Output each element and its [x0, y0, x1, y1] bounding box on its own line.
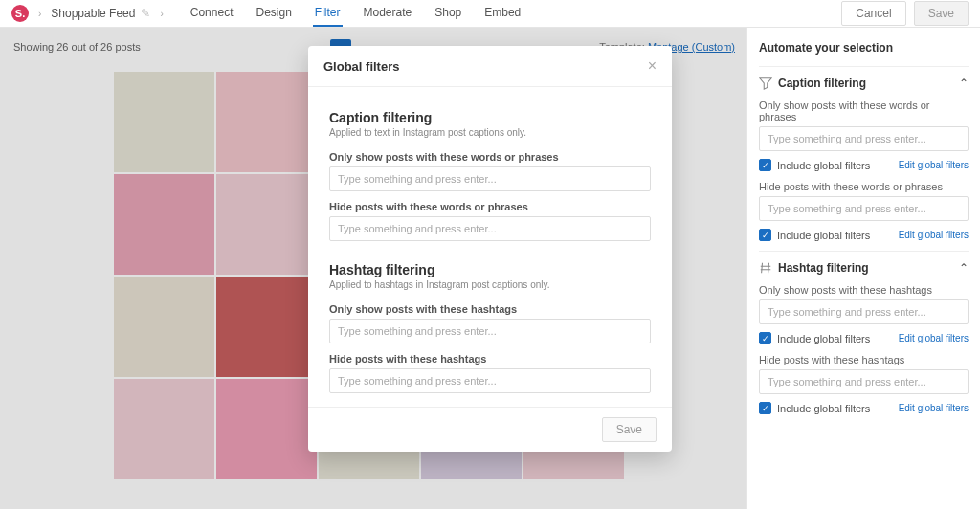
field-label: Hide posts with these words or phrases: [759, 181, 969, 192]
close-icon[interactable]: ×: [648, 57, 657, 75]
brand-logo[interactable]: S.: [11, 5, 29, 22]
section-heading: Caption filtering: [329, 110, 651, 125]
modal-body: Caption filtering Applied to text in Ins…: [308, 87, 672, 407]
hashtag-icon: [759, 261, 772, 275]
tab-filter[interactable]: Filter: [313, 0, 343, 27]
tab-moderate[interactable]: Moderate: [362, 0, 414, 27]
accordion-header-caption[interactable]: Caption filtering ⌃: [759, 77, 969, 90]
chevron-up-icon: ⌃: [959, 77, 969, 90]
tab-embed[interactable]: Embed: [482, 0, 523, 27]
feed-tile[interactable]: [114, 72, 214, 172]
modal-hashtag-show-input[interactable]: [329, 319, 651, 343]
accordion-header-hashtag[interactable]: Hashtag filtering ⌃: [759, 261, 969, 275]
filter-icon: [759, 77, 772, 90]
include-row: ✓ Include global filters Edit global fil…: [759, 159, 969, 171]
global-filters-modal: Global filters × Caption filtering Appli…: [308, 46, 672, 452]
field-label: Hide posts with these hashtags: [329, 353, 651, 365]
feed-tile[interactable]: [216, 379, 317, 479]
hashtag-hide-input[interactable]: [759, 369, 969, 394]
section-heading: Hashtag filtering: [329, 262, 651, 277]
feed-tile[interactable]: [216, 277, 317, 377]
checkbox-checked-icon[interactable]: ✓: [759, 229, 771, 241]
modal-footer: Save: [308, 407, 672, 452]
tab-design[interactable]: Design: [254, 0, 293, 27]
modal-save-button[interactable]: Save: [602, 417, 657, 442]
accordion-hashtag: Hashtag filtering ⌃ Only show posts with…: [759, 251, 969, 424]
checkbox-checked-icon[interactable]: ✓: [759, 402, 771, 414]
caption-hide-input[interactable]: [759, 196, 969, 221]
topbar: S. › Shoppable Feed ✎ › Connect Design F…: [0, 0, 980, 28]
pencil-icon[interactable]: ✎: [141, 7, 150, 20]
chevron-right-icon: ›: [160, 9, 163, 19]
field-label: Hide posts with these hashtags: [759, 354, 969, 365]
section-sub: Applied to text in Instagram post captio…: [329, 127, 651, 138]
modal-caption-hide-input[interactable]: [329, 216, 651, 241]
caption-show-input[interactable]: [759, 126, 969, 151]
topbar-actions: Cancel Save: [841, 1, 969, 26]
field-label: Only show posts with these words or phra…: [329, 151, 651, 163]
include-label: Include global filters: [777, 403, 870, 414]
include-row: ✓ Include global filters Edit global fil…: [759, 402, 969, 414]
chevron-up-icon: ⌃: [959, 261, 969, 275]
sidebar-title: Automate your selection: [759, 41, 969, 55]
include-row: ✓ Include global filters Edit global fil…: [759, 332, 969, 344]
edit-global-link[interactable]: Edit global filters: [899, 230, 969, 240]
cancel-button[interactable]: Cancel: [841, 1, 905, 26]
edit-global-link[interactable]: Edit global filters: [899, 333, 969, 343]
accordion-title: Hashtag filtering: [778, 261, 869, 275]
field-label: Hide posts with these words or phrases: [329, 201, 651, 212]
chevron-right-icon: ›: [38, 9, 41, 19]
accordion-caption: Caption filtering ⌃ Only show posts with…: [759, 66, 969, 251]
hashtag-show-input[interactable]: [759, 299, 969, 324]
accordion-title: Caption filtering: [778, 77, 866, 90]
feed-tile[interactable]: [114, 174, 214, 275]
sidebar: Automate your selection Caption filterin…: [746, 28, 980, 509]
field-label: Only show posts with these hashtags: [759, 284, 969, 296]
field-label: Only show posts with these words or phra…: [759, 100, 969, 122]
feed-tile[interactable]: [216, 72, 317, 172]
modal-title: Global filters: [323, 59, 399, 74]
include-row: ✓ Include global filters Edit global fil…: [759, 229, 969, 241]
feed-tile[interactable]: [216, 174, 317, 275]
field-label: Only show posts with these hashtags: [329, 303, 651, 315]
checkbox-checked-icon[interactable]: ✓: [759, 159, 771, 171]
tab-connect[interactable]: Connect: [189, 0, 235, 27]
edit-global-link[interactable]: Edit global filters: [899, 160, 969, 170]
modal-caption-show-input[interactable]: [329, 166, 651, 191]
feed-tile[interactable]: [114, 277, 214, 377]
modal-hashtag-hide-input[interactable]: [329, 368, 651, 393]
checkbox-checked-icon[interactable]: ✓: [759, 332, 771, 344]
edit-global-link[interactable]: Edit global filters: [899, 403, 969, 413]
modal-header: Global filters ×: [308, 46, 672, 87]
tab-shop[interactable]: Shop: [433, 0, 463, 27]
include-label: Include global filters: [777, 160, 870, 171]
section-sub: Applied to hashtags in Instagram post ca…: [329, 279, 651, 290]
feed-name-text: Shoppable Feed: [51, 7, 135, 20]
feed-name[interactable]: Shoppable Feed ✎: [51, 7, 150, 20]
save-button[interactable]: Save: [914, 1, 969, 26]
tabs: Connect Design Filter Moderate Shop Embe…: [189, 0, 543, 27]
include-label: Include global filters: [777, 230, 870, 241]
feed-tile[interactable]: [114, 379, 214, 479]
include-label: Include global filters: [777, 333, 870, 344]
